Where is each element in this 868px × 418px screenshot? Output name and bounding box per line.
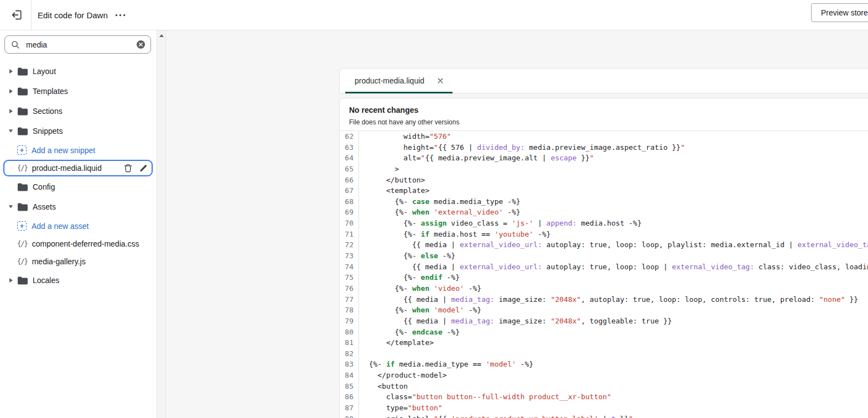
folder-icon [18, 87, 28, 96]
code-line[interactable]: 63 height="{{ 576 | divided_by: media.pr… [340, 142, 868, 153]
code-line[interactable]: 74 {{ media | external_video_url: autopl… [340, 262, 868, 273]
sidebar-folder-sections[interactable]: Sections [0, 101, 157, 121]
code-text: aria-label="{{ 'products.product.xr_butt… [359, 414, 633, 418]
code-text: {%- else -%} [359, 250, 455, 262]
search-input[interactable] [25, 40, 136, 50]
code-text: type="button" [359, 403, 443, 414]
code-line[interactable]: 78 {%- when 'model' -%} [340, 305, 868, 316]
code-text: {%- when 'external_video' -%} [359, 207, 521, 218]
code-text: {{ media | external_video_url: autoplay:… [359, 239, 868, 250]
code-text: {%- if media.host == 'youtube' -%} [359, 229, 550, 240]
line-number: 84 [340, 370, 359, 381]
add-new-icon: + [17, 145, 27, 155]
line-number: 72 [340, 239, 359, 250]
code-line[interactable]: 70 {%- assign video_class = 'js-' | appe… [340, 218, 868, 229]
caret-right-icon[interactable] [8, 278, 13, 283]
sidebar-folder-templates[interactable]: Templates [0, 81, 157, 101]
folder-label: Sections [33, 107, 63, 116]
code-line[interactable]: 72 {{ media | external_video_url: autopl… [340, 239, 868, 250]
sidebar-folder-config[interactable]: Config [0, 177, 157, 197]
code-line[interactable]: 71 {%- if media.host == 'youtube' -%} [340, 229, 868, 240]
code-line[interactable]: 65 > [340, 164, 868, 175]
more-actions-button[interactable] [112, 8, 128, 22]
tab-close-button[interactable] [436, 77, 444, 85]
folder-label: Locales [33, 276, 59, 285]
code-line[interactable]: 77 {{ media | media_tag: image_size: "20… [340, 294, 868, 305]
folder-label: Config [33, 182, 55, 191]
code-line[interactable]: 76 {%- when 'video' -%} [340, 283, 868, 294]
code-line[interactable]: 66 </button> [340, 175, 868, 186]
line-number: 65 [340, 164, 359, 175]
caret-down-icon[interactable] [8, 129, 13, 133]
code-line[interactable]: 84 </product-model> [340, 370, 868, 381]
code-line[interactable]: 64 alt="{{ media.preview_image.alt | esc… [340, 153, 868, 164]
code-line[interactable]: 68 {%- case media.media_type -%} [340, 196, 868, 207]
caret-right-icon[interactable] [8, 69, 13, 74]
code-line[interactable]: 81 </template> [340, 337, 868, 348]
code-text: {%- endcase -%} [359, 327, 460, 338]
folder-icon [18, 203, 28, 211]
line-number: 86 [340, 391, 359, 403]
code-line[interactable]: 82 [340, 348, 868, 359]
code-area[interactable]: 62 width="576"63 height="{{ 576 | divide… [340, 131, 868, 418]
folder-label: Layout [33, 67, 56, 76]
line-number: 82 [340, 348, 359, 359]
code-text: height="{{ 576 | divided_by: media.previ… [359, 142, 685, 153]
editor-header: No recent changes File does not have any… [340, 98, 868, 131]
search-icon [11, 40, 20, 49]
code-text: {%- assign video_class = 'js-' | append:… [359, 218, 642, 229]
caret-right-icon[interactable] [8, 108, 13, 114]
sidebar-add-a-new-asset[interactable]: +Add a new asset [0, 217, 157, 235]
sidebar-add-a-new-snippet[interactable]: +Add a new snippet [0, 141, 157, 159]
code-text: </button> [359, 175, 425, 186]
code-line[interactable]: 62 width="576" [340, 131, 868, 142]
sidebar-folder-snippets[interactable]: Snippets [0, 121, 157, 141]
line-number: 68 [340, 196, 359, 207]
code-line[interactable]: 88 aria-label="{{ 'products.product.xr_b… [340, 414, 868, 418]
sidebar-file-component-deferred-media-css[interactable]: {/}component-deferred-media.css [0, 235, 157, 253]
code-line[interactable]: 86 class="button button--full-width prod… [340, 391, 868, 403]
code-line[interactable]: 69 {%- when 'external_video' -%} [340, 207, 868, 218]
sidebar: LayoutTemplatesSectionsSnippets+Add a ne… [0, 30, 157, 418]
preview-store-button[interactable]: Preview store [811, 3, 868, 22]
caret-right-icon[interactable] [8, 88, 13, 94]
code-text: </template> [359, 337, 434, 348]
add-label: Add a new snippet [32, 146, 95, 155]
sidebar-file-media-gallery-js[interactable]: {/}media-gallery.js [0, 253, 157, 270]
sidebar-folder-layout[interactable]: Layout [0, 61, 157, 81]
line-number: 85 [340, 381, 359, 392]
folder-label: Templates [33, 87, 68, 96]
code-line[interactable]: 87 type="button" [340, 403, 868, 414]
code-line[interactable]: 75 {%- endif -%} [340, 272, 868, 283]
code-line[interactable]: 85 <button [340, 381, 868, 392]
code-text: {%- case media.media_type -%} [359, 196, 521, 207]
exit-editor-button[interactable] [8, 6, 27, 24]
sidebar-file-product-media-liquid[interactable]: {/}product-media.liquid [3, 160, 153, 176]
rename-file-button[interactable] [139, 164, 147, 173]
line-number: 88 [340, 414, 359, 418]
line-number: 67 [340, 185, 359, 196]
code-line[interactable]: 73 {%- else -%} [340, 250, 868, 262]
line-number: 80 [340, 327, 359, 338]
folder-icon [18, 183, 28, 191]
sidebar-folder-assets[interactable]: Assets [0, 197, 157, 217]
scroll-up-icon[interactable] [159, 34, 164, 37]
tab-product-media-liquid[interactable]: product-media.liquid [342, 69, 450, 93]
page-title: Edit code for Dawn [38, 0, 108, 30]
code-line[interactable]: 67 <template> [340, 185, 868, 196]
clear-search-button[interactable] [136, 40, 145, 49]
clear-circle-icon [136, 40, 145, 49]
changes-status-subtitle: File does not have any other versions [349, 118, 459, 126]
sidebar-folder-locales[interactable]: Locales [0, 270, 157, 290]
sidebar-scrollbar[interactable] [157, 30, 166, 418]
file-tree: LayoutTemplatesSectionsSnippets+Add a ne… [0, 61, 157, 290]
delete-file-button[interactable] [124, 164, 132, 173]
line-number: 62 [340, 131, 359, 142]
line-number: 83 [340, 359, 359, 370]
code-line[interactable]: 83 {%- if media.media_type == 'model' -%… [340, 359, 868, 370]
trash-icon [124, 164, 132, 173]
caret-down-icon[interactable] [8, 205, 13, 209]
line-number: 74 [340, 262, 359, 273]
code-line[interactable]: 79 {{ media | media_tag: image_size: "20… [340, 316, 868, 327]
code-line[interactable]: 80 {%- endcase -%} [340, 327, 868, 338]
